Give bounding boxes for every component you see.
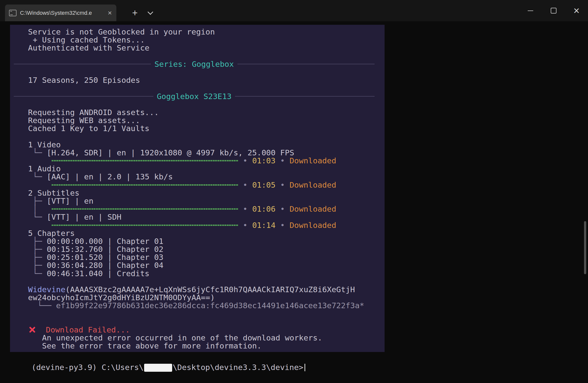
terminal-text-segment: ew24obcyhoIcmJtY2g0dHYiBzU2NTM0ODYyAA==) [28,293,215,302]
terminal-line [28,84,375,92]
tab-close-icon[interactable]: × [107,10,112,17]
terminal-line: ├─ [VTT] | en [28,197,375,205]
terminal-line: 17 Seasons, 250 Episodes [28,76,375,84]
terminal-line: An unexpected error occurred in one of t… [28,334,375,342]
terminal-text-segment: ╍╍╍╍╍╍╍╍╍╍╍╍╍╍╍╍╍╍╍╍╍╍╍╍╍╍╍╍╍╍╍╍╍╍╍╍╍╍╍╍ [51,204,238,213]
terminal-text-segment: ├─ [28,196,47,205]
terminal-content[interactable]: Service is not Geoblocked in your region… [0,21,588,383]
terminal-line: 5 Chapters [28,229,375,237]
terminal-text-segment: 00:46:31.040 | Credits [47,269,150,278]
redaction-box [144,364,172,372]
terminal-text-segment: Requesting WEB assets... [28,116,140,125]
terminal-text-segment: 1 Audio [28,164,61,173]
title-bar: C:\Windows\System32\cmd.e × + × [0,0,588,21]
rule-title: Gogglebox S23E13 [157,92,232,100]
rule-title: Series: Gogglebox [154,60,234,68]
terminal-text-segment: [VTT] | en | SDH [47,212,122,221]
terminal-text-segment: 01:03 [252,156,275,165]
terminal-text-segment: ╍╍╍╍╍╍╍╍╍╍╍╍╍╍╍╍╍╍╍╍╍╍╍╍╍╍╍╍╍╍╍╍╍╍╍╍╍╍╍╍ [51,156,238,165]
terminal-text-segment: Service is not Geoblocked in your region [28,27,215,36]
tab-dropdown-button[interactable] [144,6,157,20]
terminal-text-segment: 01:05 [252,180,275,189]
terminal-line [28,318,375,326]
terminal-line: └─ [VTT] | en | SDH [28,213,375,221]
terminal-text-segment: Widevine [28,285,65,294]
terminal-text-segment: └── [28,301,56,310]
terminal-text-segment: └─ [28,172,47,181]
terminal-text-segment: • [238,156,252,165]
terminal-line: ├─ 00:25:01.520 | Chapter 03 [28,253,375,261]
terminal-text-segment: ├─ [28,237,47,246]
terminal-text-segment: 2 Subtitles [28,188,79,197]
terminal-text-segment [28,221,51,230]
terminal-line: Service is not Geoblocked in your region [28,28,375,36]
terminal-text-segment: Requesting ANDROID assets... [28,108,159,117]
maximize-button[interactable] [542,0,565,21]
terminal-text-segment: See the error trace above for more infor… [28,341,261,350]
terminal-text-segment: 1 Video [28,140,61,149]
terminal-window: C:\Windows\System32\cmd.e × + × Service … [0,0,588,383]
terminal-line: ╍╍╍╍╍╍╍╍╍╍╍╍╍╍╍╍╍╍╍╍╍╍╍╍╍╍╍╍╍╍╍╍╍╍╍╍╍╍╍╍… [28,157,375,165]
terminal-line: ╍╍╍╍╍╍╍╍╍╍╍╍╍╍╍╍╍╍╍╍╍╍╍╍╍╍╍╍╍╍╍╍╍╍╍╍╍╍╍╍… [28,221,375,229]
terminal-line [28,132,375,140]
terminal-text-segment: Downloaded [289,156,336,165]
terminal-text-segment: └─ [28,148,47,157]
terminal-text-segment: Download Failed... [46,325,130,334]
terminal-line: ew24obcyhoIcmJtY2g0dHYiBzU2NTM0ODYyAA==) [28,293,375,301]
terminal-text-segment: 00:15:32.760 | Chapter 02 [47,245,164,254]
terminal-text-segment: └─ [28,269,47,278]
maximize-icon [551,8,556,14]
terminal-text-segment: • [238,180,252,189]
terminal-line: Authenticated with Service [28,44,375,52]
terminal-text-segment: Downloaded [289,180,336,189]
terminal-text-segment: ├─ [28,261,47,270]
terminal-text-segment: • [275,156,289,165]
prompt-suffix: \Desktop\devine3.3.3\devine> [173,363,304,372]
minimize-icon [528,11,533,11]
prompt-prefix: (devine-py3.9) C:\Users\ [32,363,144,372]
terminal-line: 1 Audio [28,165,375,173]
terminal-text-segment: ef1b99f22e97786b631dec36e286dcca:fc469d3… [56,301,364,310]
terminal-line: └─ 00:46:31.040 | Credits [28,269,375,277]
terminal-text-segment [28,180,51,189]
tab-title: C:\Windows\System32\cmd.e [20,10,104,16]
scrollbar-thumb[interactable] [584,221,586,274]
terminal-text-segment: ├─ [28,245,47,254]
close-button[interactable]: × [565,0,588,21]
terminal-output-pane: Service is not Geoblocked in your region… [10,25,385,352]
x-mark-icon [28,326,37,333]
terminal-line [28,100,375,108]
terminal-text-segment: • [275,180,289,189]
terminal-line [28,277,375,285]
terminal-text-segment [28,156,51,165]
terminal-line: └─ [AAC] | en | 2.0 | 135 kb/s [28,173,375,181]
terminal-text-segment: 00:00:00.000 | Chapter 01 [47,237,164,246]
terminal-line: └── ef1b99f22e97786b631dec36e286dcca:fc4… [28,301,375,309]
terminal-text-segment: [VTT] | en [47,196,94,205]
terminal-text-segment: 01:14 [252,221,275,230]
new-tab-button[interactable]: + [128,6,142,20]
terminal-line: ├─ 00:15:32.760 | Chapter 02 [28,245,375,253]
terminal-text-segment: ╍╍╍╍╍╍╍╍╍╍╍╍╍╍╍╍╍╍╍╍╍╍╍╍╍╍╍╍╍╍╍╍╍╍╍╍╍╍╍╍ [51,221,238,230]
terminal-line: ├─ 00:36:04.280 | Chapter 04 [28,261,375,269]
terminal-rule: Gogglebox S23E13 [14,92,375,100]
terminal-line: Download Failed... [28,326,375,334]
terminal-line: 1 Video [28,141,375,149]
terminal-text-segment: ╍╍╍╍╍╍╍╍╍╍╍╍╍╍╍╍╍╍╍╍╍╍╍╍╍╍╍╍╍╍╍╍╍╍╍╍╍╍╍╍ [51,180,238,189]
terminal-line: + Using cached Tokens... [28,36,375,44]
terminal-text-segment: 00:36:04.280 | Chapter 04 [47,261,164,270]
terminal-text-segment: └─ [28,212,47,221]
command-prompt-line[interactable]: (devine-py3.9) C:\Users\\Desktop\devine3… [4,354,305,380]
terminal-text-segment: Downloaded [289,221,336,230]
terminal-text-segment: • [275,221,289,230]
terminal-text-segment: │ [28,204,51,213]
terminal-text-segment: (AAAASXBzc2gAAAAA7e+LqXnWSs6jyCfc1R0h7QA… [65,285,355,294]
minimize-button[interactable] [519,0,542,21]
terminal-line: Cached 1 Key to 1/1 Vaults [28,124,375,132]
terminal-tab[interactable]: C:\Windows\System32\cmd.e × [5,5,116,21]
terminal-line [28,310,375,318]
terminal-text-segment: An unexpected error occurred in one of t… [28,333,322,342]
terminal-text-segment: [H.264, SDR] | en | 1920x1080 @ 4997 kb/… [47,148,294,157]
terminal-line: ├─ 00:00:00.000 | Chapter 01 [28,237,375,245]
terminal-line [28,68,375,76]
